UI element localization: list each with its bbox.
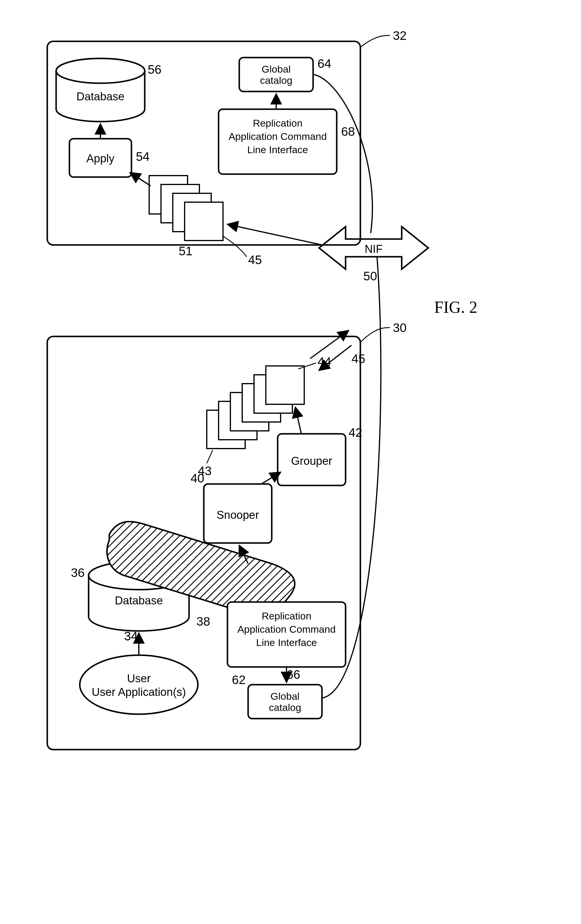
diagram-root: 30 User User Application(s) 34 Database … xyxy=(12,12,573,897)
ref-56: 56 xyxy=(148,63,162,76)
ref-64: 64 xyxy=(318,57,331,71)
db-right-label: Database xyxy=(76,90,125,103)
user-app-label-2: User Application(s) xyxy=(92,686,186,698)
ref-45-left: 45 xyxy=(351,352,365,366)
svg-point-20 xyxy=(56,58,145,83)
svg-rect-25 xyxy=(185,202,223,241)
gc-right-label-1: Global xyxy=(262,63,291,75)
snooper-label: Snooper xyxy=(217,509,259,521)
target-system: 32 Database 56 Apply 54 51 45 xyxy=(47,29,407,267)
ref-54: 54 xyxy=(136,150,150,163)
global-catalog-left: Global catalog 62 xyxy=(232,673,322,719)
rcli-r-2: Application Command xyxy=(228,131,327,142)
gc-right-label-2: catalog xyxy=(260,75,292,86)
source-system: 30 User User Application(s) 34 Database … xyxy=(47,251,407,749)
ref-45-right: 45 xyxy=(248,253,262,267)
ref-30: 30 xyxy=(393,321,407,335)
rcli-l-3: Line Interface xyxy=(256,637,317,648)
svg-rect-13 xyxy=(266,366,304,404)
ref-50: 50 xyxy=(363,269,377,283)
global-catalog-right: Global catalog 64 xyxy=(239,57,331,91)
rcli-r-3: Line Interface xyxy=(247,144,308,155)
rcli-right: Replication Application Command Line Int… xyxy=(218,109,355,174)
ref-62: 62 xyxy=(232,673,246,687)
apply-label: Apply xyxy=(86,152,114,165)
apply-block: Apply 54 xyxy=(70,139,150,177)
ref-42: 42 xyxy=(349,426,363,439)
ref-66: 66 xyxy=(286,668,300,681)
user-app-label-1: User xyxy=(127,672,151,685)
snooper-block: Snooper 40 xyxy=(190,471,272,543)
arrow-grouper-to-queue xyxy=(295,407,301,434)
arrow-queue-to-apply xyxy=(130,173,151,186)
db-left-label: Database xyxy=(115,594,163,607)
nif-connector: NIF 50 xyxy=(319,227,428,283)
rcli-l-1: Replication xyxy=(262,610,311,622)
ref-32: 32 xyxy=(393,29,407,43)
nif-label: NIF xyxy=(364,243,382,255)
queue-right: 51 45 xyxy=(149,176,262,267)
figure-label: FIG. 2 xyxy=(434,298,477,316)
ref-38: 38 xyxy=(197,614,210,628)
arrow-nif-to-queue-right xyxy=(227,224,322,245)
target-database: Database 56 xyxy=(56,58,162,122)
rcli-l-2: Application Command xyxy=(237,624,336,635)
ref-68: 68 xyxy=(341,125,355,139)
ref-51: 51 xyxy=(179,244,193,258)
ref-43: 43 xyxy=(198,464,212,478)
gc-left-label-1: Global xyxy=(271,691,300,702)
gc-left-label-2: catalog xyxy=(269,702,301,713)
grouper-label: Grouper xyxy=(291,455,332,467)
rcli-r-1: Replication xyxy=(253,117,303,129)
svg-line-14 xyxy=(310,330,349,358)
grouper-block: Grouper 42 xyxy=(278,426,363,485)
ref-36: 36 xyxy=(71,566,85,579)
